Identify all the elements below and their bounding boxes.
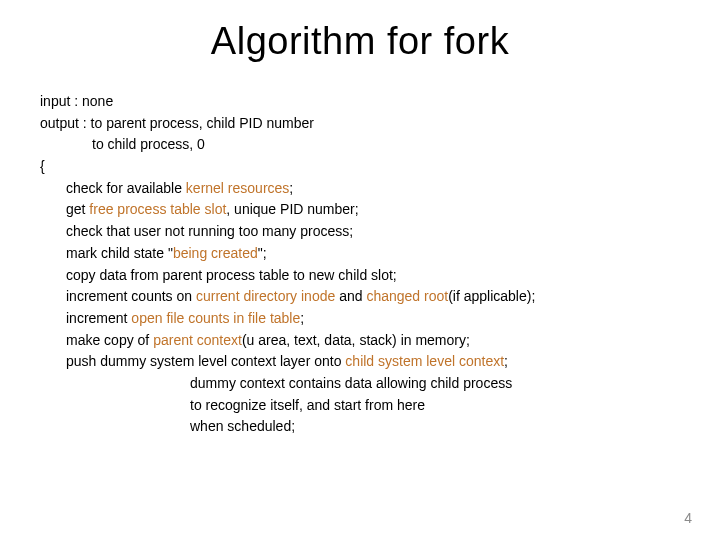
text: ; xyxy=(504,353,508,369)
step-2: get free process table slot, unique PID … xyxy=(40,199,680,221)
highlight: free process table slot xyxy=(89,201,226,217)
text: increment counts on xyxy=(66,288,196,304)
open-brace: { xyxy=(40,156,680,178)
text: "; xyxy=(258,245,267,261)
text: (u area, text, data, stack) in memory; xyxy=(242,332,470,348)
text: push dummy system level context layer on… xyxy=(66,353,345,369)
text: (if applicable); xyxy=(448,288,535,304)
text: make copy of xyxy=(66,332,153,348)
highlight: parent context xyxy=(153,332,242,348)
step-4: mark child state "being created"; xyxy=(40,243,680,265)
step-12: when scheduled; xyxy=(40,416,680,438)
step-6: increment counts on current directory in… xyxy=(40,286,680,308)
input-line: input : none xyxy=(40,91,680,113)
step-9: push dummy system level context layer on… xyxy=(40,351,680,373)
page-number: 4 xyxy=(684,510,692,526)
step-8: make copy of parent context(u area, text… xyxy=(40,330,680,352)
highlight: child system level context xyxy=(345,353,504,369)
highlight: open file counts in file table xyxy=(131,310,300,326)
text: check for available xyxy=(66,180,186,196)
text: get xyxy=(66,201,89,217)
output-line-2: to child process, 0 xyxy=(40,134,680,156)
highlight: kernel resources xyxy=(186,180,290,196)
output-line-1: output : to parent process, child PID nu… xyxy=(40,113,680,135)
algorithm-body: input : none output : to parent process,… xyxy=(40,91,680,438)
step-10: dummy context contains data allowing chi… xyxy=(40,373,680,395)
highlight: being created xyxy=(173,245,258,261)
step-11: to recognize itself, and start from here xyxy=(40,395,680,417)
step-7: increment open file counts in file table… xyxy=(40,308,680,330)
text: ; xyxy=(289,180,293,196)
text: and xyxy=(335,288,366,304)
step-5: copy data from parent process table to n… xyxy=(40,265,680,287)
step-1: check for available kernel resources; xyxy=(40,178,680,200)
highlight: current directory inode xyxy=(196,288,335,304)
slide: Algorithm for fork input : none output :… xyxy=(0,0,720,540)
slide-title: Algorithm for fork xyxy=(40,20,680,63)
text: , unique PID number; xyxy=(226,201,358,217)
highlight: changed root xyxy=(366,288,448,304)
step-3: check that user not running too many pro… xyxy=(40,221,680,243)
text: ; xyxy=(300,310,304,326)
text: increment xyxy=(66,310,131,326)
text: mark child state " xyxy=(66,245,173,261)
